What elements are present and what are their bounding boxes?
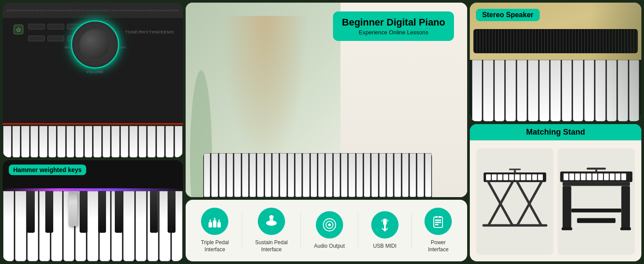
- sustain-pedal-icon: [263, 213, 279, 229]
- power-icon-circle: [424, 208, 452, 235]
- audio-output-label: Audio Output: [314, 243, 345, 250]
- black-key-1: [27, 191, 35, 233]
- sustain-pedal-label: Sustain PedalInterface: [255, 239, 288, 253]
- speaker-badge: Stereo Speaker: [476, 9, 540, 21]
- feature-usb-midi: USB MIDI: [371, 211, 399, 250]
- stand-images-container: [470, 124, 641, 261]
- divider-2: [300, 213, 301, 248]
- rec1-button[interactable]: [48, 24, 64, 29]
- svg-rect-33: [538, 175, 543, 180]
- svg-rect-54: [621, 174, 626, 180]
- feature-power: PowerInterface: [424, 208, 452, 253]
- black-key-5: [115, 191, 123, 233]
- rec2-button[interactable]: [28, 36, 45, 41]
- usb-midi-icon: [377, 217, 393, 233]
- svg-rect-34: [509, 169, 520, 170]
- black-key-7: [168, 191, 176, 233]
- person-light: [221, 16, 309, 170]
- svg-rect-51: [604, 174, 609, 180]
- svg-rect-24: [486, 175, 491, 180]
- svg-rect-52: [610, 174, 615, 180]
- triple-pedal-icon-circle: [201, 208, 228, 235]
- hero-subtitle: Experience Online Lessons: [342, 29, 445, 36]
- svg-point-8: [269, 215, 274, 219]
- svg-rect-19: [435, 220, 441, 221]
- hammer-keys-badge: Hammer weighted keys: [9, 165, 86, 175]
- red-accent-line: [3, 123, 183, 125]
- svg-rect-48: [587, 174, 592, 180]
- svg-rect-4: [214, 218, 216, 221]
- feature-triple-pedal: Triple PedalInterface: [201, 208, 229, 253]
- svg-rect-1: [213, 220, 216, 227]
- feature-sustain-pedal: Sustain PedalInterface: [255, 208, 288, 253]
- svg-rect-55: [587, 168, 606, 169]
- volume-label: VOLUME: [71, 70, 119, 74]
- svg-rect-28: [509, 175, 514, 180]
- svg-rect-20: [435, 222, 441, 223]
- features-panel: Triple PedalInterface Sustain PedalInter…: [186, 200, 467, 261]
- svg-rect-17: [435, 216, 437, 218]
- speaker-panel: Stereo Speaker: [470, 3, 641, 121]
- hero-title: Beginner Digital Piano: [342, 17, 445, 28]
- white-key-8: [87, 191, 98, 261]
- black-key-3: [80, 191, 88, 233]
- svg-rect-32: [532, 175, 537, 180]
- volume-knob-area: VOLUME MIN MAX: [71, 20, 119, 74]
- hero-badge: Beginner Digital Piano Experience Online…: [333, 11, 454, 41]
- controls-detail: ⏻: [3, 3, 183, 158]
- white-key-11: [123, 191, 134, 261]
- plant-bg: [590, 3, 641, 121]
- x-stand-svg: [476, 168, 553, 235]
- black-key-4: [98, 191, 106, 233]
- feature-audio-output: Audio Output: [314, 211, 345, 250]
- tone-rhythm-label: TONE/RHYTHM/DEMO: [125, 30, 174, 34]
- svg-rect-13: [384, 223, 386, 230]
- svg-rect-30: [521, 175, 526, 180]
- center-column: Beginner Digital Piano Experience Online…: [186, 3, 467, 261]
- speaker-grille-top: [3, 3, 183, 18]
- svg-rect-49: [593, 174, 597, 180]
- svg-rect-35: [514, 170, 516, 174]
- svg-rect-61: [577, 218, 616, 223]
- piano-keys-row: [3, 191, 183, 261]
- left-column: ⏻: [3, 3, 183, 261]
- keys-strip-bottom: [3, 126, 183, 158]
- furniture-stand-svg: [558, 168, 635, 235]
- svg-rect-62: [562, 227, 572, 231]
- stand-badge: Matching Stand: [470, 124, 641, 140]
- black-key-2: [45, 191, 53, 233]
- white-key-2: [15, 191, 26, 261]
- x-stand-image: [476, 148, 553, 255]
- divider-4: [411, 213, 412, 248]
- play2-button[interactable]: [48, 36, 64, 41]
- usb-midi-label: USB MIDI: [373, 243, 396, 250]
- svg-rect-53: [615, 174, 620, 180]
- furniture-stand-image: [558, 148, 635, 255]
- controls-panel: ⏻: [3, 3, 183, 158]
- power-button[interactable]: ⏻: [14, 25, 23, 34]
- divider-3: [358, 213, 358, 248]
- usb-midi-icon-circle: [371, 211, 399, 238]
- stop-button[interactable]: [28, 24, 45, 29]
- min-label: MIN: [65, 46, 70, 49]
- svg-rect-29: [515, 175, 520, 180]
- svg-rect-5: [218, 220, 220, 223]
- white-key-12: [135, 191, 146, 261]
- power-interface-label: PowerInterface: [428, 239, 449, 253]
- svg-rect-44: [564, 174, 568, 180]
- volume-knob[interactable]: [71, 20, 119, 69]
- svg-rect-18: [439, 216, 441, 218]
- power-button-area: ⏻: [14, 25, 23, 34]
- svg-rect-58: [563, 186, 571, 228]
- weight-tool: [69, 191, 77, 226]
- svg-rect-14: [381, 220, 383, 222]
- audio-output-icon: [322, 217, 337, 233]
- triple-pedal-icon: [207, 213, 223, 229]
- max-label: MAX: [120, 46, 126, 49]
- stand-panel: Matching Stand: [470, 124, 641, 261]
- svg-rect-25: [492, 175, 497, 180]
- power-interface-icon: [430, 213, 446, 229]
- audio-output-icon-circle: [316, 211, 343, 238]
- svg-rect-59: [621, 186, 630, 228]
- sustain-pedal-icon-circle: [258, 208, 285, 235]
